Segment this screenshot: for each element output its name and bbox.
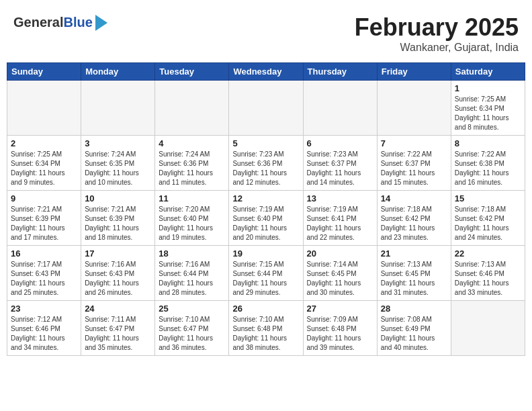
- day-number: 21: [381, 248, 447, 259]
- calendar-cell: [7, 81, 81, 136]
- logo-blue-text: Blue: [63, 15, 92, 30]
- day-info: Sunrise: 7:19 AM Sunset: 6:41 PM Dayligh…: [307, 205, 373, 242]
- calendar-cell: 2Sunrise: 7:25 AM Sunset: 6:34 PM Daylig…: [7, 136, 81, 191]
- calendar-cell: [155, 81, 229, 136]
- day-info: Sunrise: 7:12 AM Sunset: 6:46 PM Dayligh…: [11, 315, 77, 353]
- calendar-cell: 12Sunrise: 7:19 AM Sunset: 6:40 PM Dayli…: [229, 191, 303, 246]
- calendar-cell: 3Sunrise: 7:24 AM Sunset: 6:35 PM Daylig…: [81, 136, 155, 191]
- day-number: 10: [85, 193, 151, 203]
- day-number: 24: [85, 304, 151, 314]
- day-number: 25: [159, 304, 225, 314]
- day-info: Sunrise: 7:22 AM Sunset: 6:37 PM Dayligh…: [381, 150, 447, 187]
- day-info: Sunrise: 7:20 AM Sunset: 6:40 PM Dayligh…: [159, 205, 225, 242]
- weekday-header-sunday: Sunday: [7, 63, 81, 81]
- day-number: 5: [232, 138, 299, 148]
- calendar-week-1: 2Sunrise: 7:25 AM Sunset: 6:34 PM Daylig…: [7, 136, 525, 191]
- day-number: 17: [85, 248, 151, 259]
- day-info: Sunrise: 7:24 AM Sunset: 6:36 PM Dayligh…: [159, 150, 225, 187]
- weekday-header-monday: Monday: [81, 63, 155, 81]
- weekday-header-tuesday: Tuesday: [155, 63, 229, 81]
- calendar-cell: 23Sunrise: 7:12 AM Sunset: 6:46 PM Dayli…: [7, 301, 81, 356]
- calendar-cell: 15Sunrise: 7:18 AM Sunset: 6:42 PM Dayli…: [451, 191, 525, 246]
- calendar-cell: 20Sunrise: 7:14 AM Sunset: 6:45 PM Dayli…: [303, 246, 377, 301]
- page-header: General Blue February 2025 Wankaner, Guj…: [7, 7, 525, 57]
- day-info: Sunrise: 7:23 AM Sunset: 6:36 PM Dayligh…: [232, 150, 299, 187]
- day-number: 9: [11, 193, 77, 203]
- weekday-header-friday: Friday: [377, 63, 451, 81]
- day-number: 27: [307, 304, 373, 314]
- calendar-cell: [451, 301, 525, 356]
- calendar-cell: 10Sunrise: 7:21 AM Sunset: 6:39 PM Dayli…: [81, 191, 155, 246]
- calendar-cell: 16Sunrise: 7:17 AM Sunset: 6:43 PM Dayli…: [7, 246, 81, 301]
- calendar-cell: 1Sunrise: 7:25 AM Sunset: 6:34 PM Daylig…: [451, 81, 525, 136]
- calendar-cell: 18Sunrise: 7:16 AM Sunset: 6:44 PM Dayli…: [155, 246, 229, 301]
- weekday-header-saturday: Saturday: [451, 63, 525, 81]
- weekday-header-thursday: Thursday: [303, 63, 377, 81]
- day-number: 11: [159, 193, 225, 203]
- calendar-cell: 9Sunrise: 7:21 AM Sunset: 6:39 PM Daylig…: [7, 191, 81, 246]
- calendar-week-4: 23Sunrise: 7:12 AM Sunset: 6:46 PM Dayli…: [7, 301, 525, 356]
- day-info: Sunrise: 7:25 AM Sunset: 6:34 PM Dayligh…: [455, 95, 521, 132]
- calendar-cell: 25Sunrise: 7:10 AM Sunset: 6:47 PM Dayli…: [155, 301, 229, 356]
- month-title: February 2025: [355, 13, 519, 42]
- day-info: Sunrise: 7:18 AM Sunset: 6:42 PM Dayligh…: [381, 205, 447, 242]
- day-number: 26: [232, 304, 299, 314]
- day-number: 4: [159, 138, 225, 148]
- calendar-cell: 26Sunrise: 7:10 AM Sunset: 6:48 PM Dayli…: [229, 301, 303, 356]
- day-number: 12: [232, 193, 299, 203]
- day-info: Sunrise: 7:25 AM Sunset: 6:34 PM Dayligh…: [11, 150, 77, 187]
- calendar-cell: 21Sunrise: 7:13 AM Sunset: 6:45 PM Dayli…: [377, 246, 451, 301]
- day-number: 8: [455, 138, 521, 148]
- calendar-cell: [377, 81, 451, 136]
- calendar-cell: 7Sunrise: 7:22 AM Sunset: 6:37 PM Daylig…: [377, 136, 451, 191]
- day-info: Sunrise: 7:09 AM Sunset: 6:48 PM Dayligh…: [307, 315, 373, 353]
- day-number: 22: [455, 248, 521, 259]
- location-label: Wankaner, Gujarat, India: [355, 42, 519, 54]
- logo: General Blue: [13, 13, 107, 31]
- day-info: Sunrise: 7:21 AM Sunset: 6:39 PM Dayligh…: [85, 205, 151, 242]
- day-info: Sunrise: 7:11 AM Sunset: 6:47 PM Dayligh…: [85, 315, 151, 353]
- day-info: Sunrise: 7:22 AM Sunset: 6:38 PM Dayligh…: [455, 150, 521, 187]
- calendar-week-2: 9Sunrise: 7:21 AM Sunset: 6:39 PM Daylig…: [7, 191, 525, 246]
- calendar-cell: 24Sunrise: 7:11 AM Sunset: 6:47 PM Dayli…: [81, 301, 155, 356]
- day-number: 15: [455, 193, 521, 203]
- day-number: 3: [85, 138, 151, 148]
- calendar-cell: 11Sunrise: 7:20 AM Sunset: 6:40 PM Dayli…: [155, 191, 229, 246]
- day-info: Sunrise: 7:14 AM Sunset: 6:45 PM Dayligh…: [307, 260, 373, 298]
- day-info: Sunrise: 7:16 AM Sunset: 6:43 PM Dayligh…: [85, 260, 151, 298]
- day-info: Sunrise: 7:10 AM Sunset: 6:47 PM Dayligh…: [159, 315, 225, 353]
- calendar-cell: [303, 81, 377, 136]
- day-number: 7: [381, 138, 447, 148]
- day-info: Sunrise: 7:13 AM Sunset: 6:46 PM Dayligh…: [455, 260, 521, 298]
- day-info: Sunrise: 7:18 AM Sunset: 6:42 PM Dayligh…: [455, 205, 521, 242]
- calendar-cell: 4Sunrise: 7:24 AM Sunset: 6:36 PM Daylig…: [155, 136, 229, 191]
- day-info: Sunrise: 7:15 AM Sunset: 6:44 PM Dayligh…: [232, 260, 299, 298]
- day-info: Sunrise: 7:17 AM Sunset: 6:43 PM Dayligh…: [11, 260, 77, 298]
- calendar-cell: 8Sunrise: 7:22 AM Sunset: 6:38 PM Daylig…: [451, 136, 525, 191]
- logo-general-text: General: [13, 15, 63, 30]
- calendar-cell: 17Sunrise: 7:16 AM Sunset: 6:43 PM Dayli…: [81, 246, 155, 301]
- day-info: Sunrise: 7:16 AM Sunset: 6:44 PM Dayligh…: [159, 260, 225, 298]
- day-number: 23: [11, 304, 77, 314]
- calendar-cell: 6Sunrise: 7:23 AM Sunset: 6:37 PM Daylig…: [303, 136, 377, 191]
- weekday-header-wednesday: Wednesday: [229, 63, 303, 81]
- calendar-cell: 13Sunrise: 7:19 AM Sunset: 6:41 PM Dayli…: [303, 191, 377, 246]
- day-info: Sunrise: 7:08 AM Sunset: 6:49 PM Dayligh…: [381, 315, 447, 353]
- day-number: 19: [232, 248, 299, 259]
- day-info: Sunrise: 7:19 AM Sunset: 6:40 PM Dayligh…: [232, 205, 299, 242]
- calendar-cell: 5Sunrise: 7:23 AM Sunset: 6:36 PM Daylig…: [229, 136, 303, 191]
- day-number: 14: [381, 193, 447, 203]
- weekday-header-row: SundayMondayTuesdayWednesdayThursdayFrid…: [7, 63, 525, 81]
- day-number: 18: [159, 248, 225, 259]
- calendar-cell: 28Sunrise: 7:08 AM Sunset: 6:49 PM Dayli…: [377, 301, 451, 356]
- calendar-cell: [229, 81, 303, 136]
- logo-arrow-icon: [95, 15, 107, 31]
- day-info: Sunrise: 7:13 AM Sunset: 6:45 PM Dayligh…: [381, 260, 447, 298]
- day-number: 20: [307, 248, 373, 259]
- day-number: 2: [11, 138, 77, 148]
- calendar-cell: 14Sunrise: 7:18 AM Sunset: 6:42 PM Dayli…: [377, 191, 451, 246]
- calendar-cell: [81, 81, 155, 136]
- calendar-cell: 22Sunrise: 7:13 AM Sunset: 6:46 PM Dayli…: [451, 246, 525, 301]
- calendar-table: SundayMondayTuesdayWednesdayThursdayFrid…: [7, 62, 525, 356]
- day-number: 6: [307, 138, 373, 148]
